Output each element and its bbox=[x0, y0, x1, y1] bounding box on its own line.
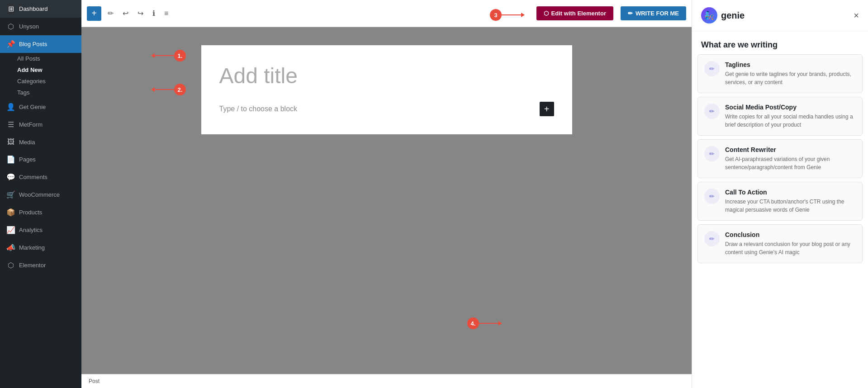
menu-button[interactable]: ≡ bbox=[161, 8, 171, 19]
menu-icon: ≡ bbox=[164, 9, 168, 18]
right-panel: 🧞 genie × What are we writing ✏ Taglines… bbox=[692, 0, 868, 388]
bottom-bar: Post bbox=[81, 374, 692, 388]
social-media-desc: Write copies for all your social media h… bbox=[725, 113, 856, 129]
panel-close-button[interactable]: × bbox=[854, 11, 859, 20]
panel-item-call-to-action[interactable]: ✏ Call To Action Increase your CTA butto… bbox=[697, 182, 863, 221]
block-placeholder: Type / to choose a block bbox=[219, 105, 298, 113]
elementor-btn-icon: ⬡ bbox=[544, 10, 549, 17]
editor-area: Add title Type / to choose a block + bbox=[81, 27, 692, 374]
elementor-icon: ⬡ bbox=[6, 261, 15, 270]
sidebar-sub-tags[interactable]: Tags bbox=[0, 87, 81, 98]
call-to-action-icon: ✏ bbox=[704, 189, 720, 204]
content-rewriter-content: Content Rewriter Get AI-paraphrased vari… bbox=[725, 146, 856, 171]
conclusion-icon: ✏ bbox=[704, 231, 720, 246]
taglines-icon: ✏ bbox=[704, 61, 720, 76]
post-title-input[interactable]: Add title bbox=[201, 45, 572, 97]
add-block-toolbar-button[interactable]: + bbox=[87, 6, 101, 21]
sidebar-item-pages[interactable]: 📄 Pages bbox=[0, 151, 81, 168]
sidebar-sub-all-posts[interactable]: All Posts bbox=[0, 53, 81, 64]
redo-icon: ↪ bbox=[138, 9, 143, 18]
sidebar-sub-add-new[interactable]: Add New bbox=[0, 64, 81, 76]
sidebar-item-blog-posts[interactable]: 📌 Blog Posts bbox=[0, 35, 81, 53]
main-area: 1. 2. 3 4. + ✏ ↩ ↪ ℹ ≡ bbox=[81, 0, 692, 388]
panel-header: 🧞 genie × bbox=[692, 0, 868, 31]
conclusion-content: Conclusion Draw a relevant conclusion fo… bbox=[725, 231, 856, 256]
sidebar-item-woocommerce[interactable]: 🛒 WooCommerce bbox=[0, 186, 81, 203]
sidebar-item-comments[interactable]: 💬 Comments bbox=[0, 168, 81, 186]
blog-posts-submenu: All Posts Add New Categories Tags bbox=[0, 53, 81, 98]
sidebar: ⊞ Dashboard ⬡ Unyson 📌 Blog Posts All Po… bbox=[0, 0, 81, 388]
toolbar: + ✏ ↩ ↪ ℹ ≡ ⬡ Edit with Elementor ✏ WRIT… bbox=[81, 0, 692, 27]
get-genie-icon: 👤 bbox=[6, 103, 15, 111]
social-media-icon: ✏ bbox=[704, 104, 720, 119]
call-to-action-desc: Increase your CTA button/anchor's CTR us… bbox=[725, 198, 856, 214]
genie-logo-image: 🧞 bbox=[701, 7, 717, 24]
info-icon: ℹ bbox=[152, 9, 155, 18]
redo-button[interactable]: ↪ bbox=[135, 7, 146, 19]
panel-item-social-media[interactable]: ✏ Social Media Post/Copy Write copies fo… bbox=[697, 97, 863, 136]
undo-icon: ↩ bbox=[123, 9, 128, 18]
taglines-desc: Get genie to write taglines for your bra… bbox=[725, 70, 856, 86]
panel-item-conclusion[interactable]: ✏ Conclusion Draw a relevant conclusion … bbox=[697, 224, 863, 263]
taglines-content: Taglines Get genie to write taglines for… bbox=[725, 61, 856, 86]
genie-logo: 🧞 genie bbox=[701, 7, 745, 24]
dashboard-icon: ⊞ bbox=[6, 5, 15, 13]
media-icon: 🖼 bbox=[6, 138, 15, 146]
info-button[interactable]: ℹ bbox=[150, 7, 158, 19]
conclusion-desc: Draw a relevant conclusion for your blog… bbox=[725, 240, 856, 256]
taglines-title: Taglines bbox=[725, 61, 856, 68]
metform-icon: ☰ bbox=[6, 120, 15, 129]
sidebar-item-elementor[interactable]: ⬡ Elementor bbox=[0, 256, 81, 274]
social-media-content: Social Media Post/Copy Write copies for … bbox=[725, 104, 856, 129]
analytics-icon: 📈 bbox=[6, 226, 15, 234]
pen-tool-button[interactable]: ✏ bbox=[105, 7, 116, 19]
panel-item-taglines[interactable]: ✏ Taglines Get genie to write taglines f… bbox=[697, 54, 863, 93]
editor-body: Type / to choose a block + bbox=[201, 97, 572, 134]
sidebar-item-media[interactable]: 🖼 Media bbox=[0, 133, 81, 151]
pen-icon: ✏ bbox=[108, 9, 114, 18]
sidebar-item-metform[interactable]: ☰ MetForm bbox=[0, 116, 81, 133]
pages-icon: 📄 bbox=[6, 155, 15, 164]
panel-title: What are we writing bbox=[692, 31, 868, 54]
sidebar-item-get-genie[interactable]: 👤 Get Genie bbox=[0, 98, 81, 116]
content-rewriter-desc: Get AI-paraphrased variations of your gi… bbox=[725, 155, 856, 171]
undo-button[interactable]: ↩ bbox=[120, 7, 131, 19]
products-icon: 📦 bbox=[6, 208, 15, 217]
call-to-action-content: Call To Action Increase your CTA button/… bbox=[725, 189, 856, 214]
add-block-button[interactable]: + bbox=[540, 102, 554, 116]
panel-items-list: ✏ Taglines Get genie to write taglines f… bbox=[692, 54, 868, 263]
sidebar-item-dashboard[interactable]: ⊞ Dashboard bbox=[0, 0, 81, 18]
sidebar-item-analytics[interactable]: 📈 Analytics bbox=[0, 221, 81, 239]
comments-icon: 💬 bbox=[6, 173, 15, 181]
content-rewriter-title: Content Rewriter bbox=[725, 146, 856, 153]
sidebar-item-marketing[interactable]: 📣 Marketing bbox=[0, 239, 81, 256]
sidebar-item-products[interactable]: 📦 Products bbox=[0, 203, 81, 221]
post-type-label: Post bbox=[89, 378, 100, 384]
panel-item-content-rewriter[interactable]: ✏ Content Rewriter Get AI-paraphrased va… bbox=[697, 139, 863, 178]
conclusion-title: Conclusion bbox=[725, 231, 856, 238]
write-for-me-button[interactable]: ✏ WRITE FOR ME bbox=[621, 6, 686, 20]
marketing-icon: 📣 bbox=[6, 243, 15, 252]
content-rewriter-icon: ✏ bbox=[704, 146, 720, 161]
woocommerce-icon: 🛒 bbox=[6, 190, 15, 199]
unyson-icon: ⬡ bbox=[6, 22, 15, 31]
write-for-me-icon: ✏ bbox=[628, 10, 633, 17]
sidebar-item-unyson[interactable]: ⬡ Unyson bbox=[0, 18, 81, 35]
call-to-action-title: Call To Action bbox=[725, 189, 856, 196]
social-media-title: Social Media Post/Copy bbox=[725, 104, 856, 111]
sidebar-sub-categories[interactable]: Categories bbox=[0, 76, 81, 87]
edit-elementor-button[interactable]: ⬡ Edit with Elementor bbox=[536, 6, 613, 20]
blog-posts-icon: 📌 bbox=[6, 40, 15, 48]
